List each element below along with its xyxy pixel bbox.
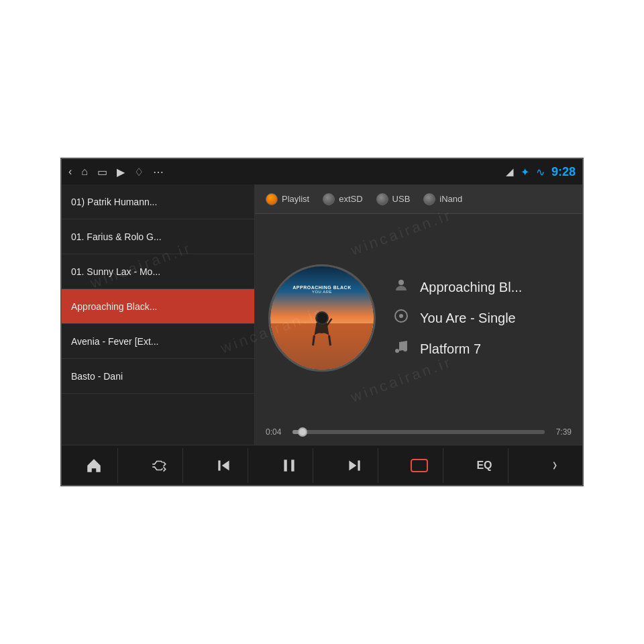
svg-rect-12 [291,460,294,471]
bag-nav-icon[interactable]: ♢ [134,166,144,178]
home-icon [85,457,103,474]
prev-button[interactable] [201,448,248,483]
next-button[interactable] [331,448,378,483]
music-note-icon [392,339,411,359]
svg-point-6 [399,314,403,318]
track-row: Platform 7 [392,339,569,359]
source-dot-usb [376,193,388,205]
playlist-item[interactable]: 01. Sunny Lax - Mo... [62,254,254,289]
svg-line-2 [329,335,331,345]
next-icon [345,457,363,474]
svg-rect-11 [284,460,286,471]
svg-rect-14 [358,460,360,470]
wifi-icon: ∿ [536,166,545,178]
status-bar: ‹ ⌂ ▭ ▶ ♢ ⋯ ◢ ✦ ∿ 9:28 [62,159,582,184]
more-nav-icon[interactable]: ⋯ [153,166,164,178]
back-nav-icon[interactable]: ‹ [68,166,72,178]
album-center-hole [315,311,329,325]
camera-nav-icon[interactable]: ▶ [117,166,125,178]
status-indicators: ◢ ✦ ∿ 9:28 [506,165,576,179]
home-nav-icon[interactable]: ⌂ [81,166,88,178]
eq-label: EQ [476,460,492,472]
repeat-button[interactable] [396,448,443,483]
progress-thumb[interactable] [298,427,307,437]
eq-button[interactable]: EQ [462,448,508,483]
player-panel: Playlist extSD USB iNand [255,184,582,445]
progress-bar[interactable] [292,430,545,434]
source-dot-playlist [266,193,278,205]
now-playing-area: APPROACHING BLACK YOU ARE [255,214,582,422]
source-extsd-btn[interactable]: extSD [323,193,362,205]
shuffle-icon [150,457,168,474]
playlist-panel: 01) Patrik Humann... 01. Farius & Rolo G… [62,184,255,445]
source-usb-btn[interactable]: USB [376,193,411,205]
svg-line-1 [313,335,315,345]
cast-icon: ◢ [506,166,514,178]
source-inand-btn[interactable]: iNand [423,193,462,205]
svg-rect-15 [411,460,427,472]
source-selector: Playlist extSD USB iNand [255,184,582,214]
time-current: 0:04 [266,427,286,437]
source-dot-inand [423,193,435,205]
album-art: APPROACHING BLACK YOU ARE [268,264,376,372]
back-button[interactable] [527,448,574,483]
shuffle-button[interactable] [136,448,183,483]
album-art-title-text: APPROACHING BLACK YOU ARE [292,285,351,294]
pause-button[interactable] [266,448,313,483]
playlist-item[interactable]: 01. Farius & Rolo G... [62,219,254,254]
album-icon [392,308,411,328]
source-playlist-btn[interactable]: Playlist [266,193,309,205]
pause-icon [280,457,298,474]
svg-point-7 [395,349,399,353]
svg-marker-9 [222,460,229,470]
prev-icon [215,457,233,474]
controls-bar: EQ [62,445,582,485]
track-info: Approaching Bl... You Are - Single [392,277,569,359]
device-frame: ‹ ⌂ ▭ ▶ ♢ ⋯ ◢ ✦ ∿ 9:28 01) Patrik Humann… [60,158,584,486]
main-content: 01) Patrik Humann... 01. Farius & Rolo G… [62,184,582,445]
playlist-item-active[interactable]: Approaching Black... [62,289,254,324]
progress-container: 0:04 7:39 [255,422,582,445]
recents-nav-icon[interactable]: ▭ [97,166,107,178]
home-button[interactable] [71,448,118,483]
svg-marker-13 [349,460,356,470]
artist-icon [392,277,411,297]
artist-row: Approaching Bl... [392,277,569,297]
back-icon [541,457,559,474]
bluetooth-icon: ✦ [521,166,529,178]
source-dot-extsd [323,193,335,205]
playlist-item[interactable]: 01) Patrik Humann... [62,184,254,219]
time-total: 7:39 [551,427,572,437]
playlist-item[interactable]: Basto - Dani [62,359,254,394]
album-row: You Are - Single [392,308,569,328]
artist-name: Approaching Bl... [420,280,522,295]
repeat-icon [409,457,429,474]
album-name: You Are - Single [420,311,516,326]
svg-point-8 [403,347,407,352]
playlist-item[interactable]: Avenia - Fever [Ext... [62,324,254,359]
track-name: Platform 7 [420,341,481,357]
svg-point-4 [398,280,404,285]
svg-rect-10 [218,460,220,470]
clock: 9:28 [551,165,576,179]
nav-icons: ‹ ⌂ ▭ ▶ ♢ ⋯ [68,166,164,178]
